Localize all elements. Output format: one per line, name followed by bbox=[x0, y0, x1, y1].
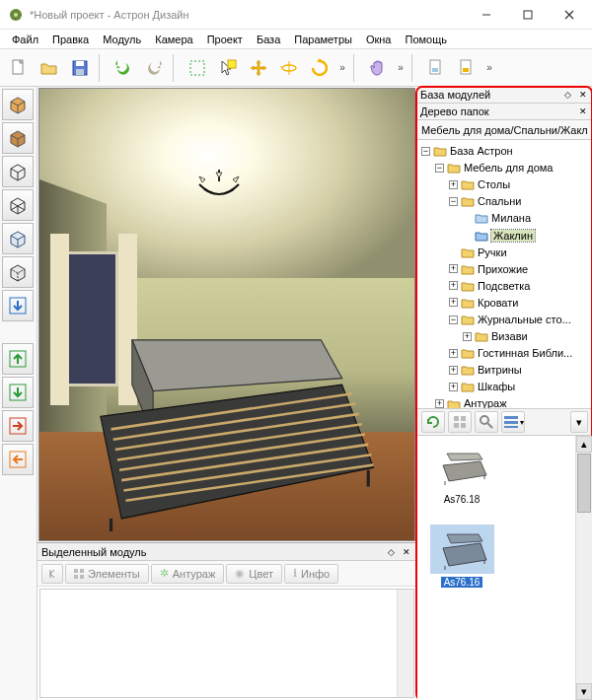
box-hidden-icon[interactable] bbox=[2, 256, 34, 288]
expand-icon[interactable]: + bbox=[435, 399, 444, 408]
doc-b-button[interactable] bbox=[452, 53, 481, 83]
menu-windows[interactable]: Окна bbox=[360, 32, 398, 47]
rotate-axis-button[interactable] bbox=[274, 53, 304, 83]
expand-icon[interactable]: + bbox=[463, 332, 472, 341]
move-button[interactable] bbox=[244, 53, 273, 83]
save-button[interactable] bbox=[65, 53, 95, 83]
folder-tree[interactable]: −База Астрон −Мебель для дома +Столы −Сп… bbox=[417, 140, 592, 408]
separator bbox=[411, 54, 417, 82]
3d-viewport[interactable] bbox=[38, 88, 415, 541]
scroll-up-icon[interactable]: ▴ bbox=[576, 436, 592, 453]
arrow-left-orange-icon[interactable] bbox=[2, 444, 34, 475]
cursor-button[interactable] bbox=[213, 53, 243, 83]
tree-node[interactable]: Гостинная Библи... bbox=[478, 347, 572, 359]
center-column: Выделенный модуль ◇ ✕ Элементы ✲Антураж … bbox=[37, 87, 416, 700]
tree-node[interactable]: Мебель для дома bbox=[464, 162, 553, 174]
redo-button[interactable] bbox=[139, 53, 169, 83]
expand-icon[interactable]: + bbox=[449, 298, 458, 307]
menu-base[interactable]: База bbox=[251, 32, 286, 47]
expand-icon[interactable]: + bbox=[449, 281, 458, 290]
tree-node[interactable]: База Астрон bbox=[450, 145, 513, 157]
tree-node[interactable]: Антураж bbox=[464, 398, 507, 409]
expand-icon[interactable]: + bbox=[449, 366, 458, 375]
toolbar-overflow[interactable]: » bbox=[335, 62, 349, 73]
arrow-up-green-icon[interactable] bbox=[2, 343, 34, 375]
arrow-down-green-icon[interactable] bbox=[2, 377, 34, 408]
tab-collapse-button[interactable] bbox=[41, 564, 63, 584]
folder-icon bbox=[475, 330, 488, 342]
tree-node[interactable]: Шкафы bbox=[478, 381, 515, 392]
select-rect-button[interactable] bbox=[183, 53, 212, 83]
box-wire2-icon[interactable] bbox=[2, 189, 34, 221]
hand-button[interactable] bbox=[363, 53, 393, 83]
expand-icon[interactable]: + bbox=[449, 264, 458, 273]
tree-node[interactable]: Столы bbox=[478, 178, 510, 190]
rotate-button[interactable] bbox=[305, 53, 334, 83]
close-button[interactable] bbox=[549, 1, 590, 29]
tree-node[interactable]: Прихожие bbox=[478, 263, 528, 275]
thumbnail-item-selected[interactable]: As76.16 bbox=[425, 525, 498, 588]
chevron-down-icon[interactable]: ▾ bbox=[570, 411, 588, 433]
menu-file[interactable]: Файл bbox=[6, 32, 44, 47]
close-icon[interactable]: ✕ bbox=[577, 105, 589, 117]
expand-icon[interactable]: + bbox=[449, 180, 458, 189]
minimize-button[interactable] bbox=[466, 1, 507, 29]
menu-module[interactable]: Модуль bbox=[97, 32, 147, 47]
undo-button[interactable] bbox=[109, 53, 138, 83]
panel-header: Выделенный модуль ◇ ✕ bbox=[37, 543, 416, 561]
collapse-icon[interactable]: − bbox=[435, 164, 444, 173]
menu-project[interactable]: Проект bbox=[201, 32, 249, 47]
new-button[interactable] bbox=[4, 53, 34, 83]
tree-node[interactable]: Ручки bbox=[478, 246, 507, 258]
thumbnail-item[interactable]: As76.18 bbox=[425, 442, 498, 505]
toolbar-overflow[interactable]: » bbox=[394, 62, 407, 73]
box-transparent-icon[interactable] bbox=[2, 223, 34, 254]
menu-camera[interactable]: Камера bbox=[149, 32, 198, 47]
close-icon[interactable]: ✕ bbox=[401, 546, 412, 558]
view-grid-button[interactable] bbox=[448, 411, 472, 433]
box-wire-icon[interactable] bbox=[2, 156, 34, 187]
menu-help[interactable]: Помощь bbox=[399, 32, 453, 47]
tree-node[interactable]: Визави bbox=[491, 330, 528, 342]
tab-elements[interactable]: Элементы bbox=[65, 564, 149, 584]
tab-info[interactable]: ℹИнфо bbox=[284, 564, 338, 584]
maximize-button[interactable] bbox=[507, 1, 549, 29]
open-button[interactable] bbox=[35, 53, 64, 83]
close-icon[interactable]: ✕ bbox=[577, 89, 589, 101]
scroll-thumb[interactable] bbox=[577, 454, 591, 513]
menu-params[interactable]: Параметры bbox=[288, 32, 358, 47]
tree-node[interactable]: Подсветка bbox=[478, 280, 530, 292]
svg-rect-31 bbox=[80, 569, 84, 573]
tree-node[interactable]: Кровати bbox=[478, 297, 518, 309]
tab-entourage[interactable]: ✲Антураж bbox=[151, 564, 225, 584]
expand-icon[interactable]: + bbox=[449, 349, 458, 358]
collapse-icon[interactable]: − bbox=[449, 315, 458, 324]
expand-icon[interactable]: + bbox=[449, 383, 458, 391]
tree-node[interactable]: Журнальные сто... bbox=[478, 314, 571, 325]
refresh-button[interactable] bbox=[421, 411, 445, 433]
pin-icon[interactable]: ◇ bbox=[561, 89, 573, 101]
scroll-down-icon[interactable]: ▾ bbox=[576, 683, 592, 700]
folder-icon bbox=[433, 145, 447, 157]
arrow-down-blue-icon[interactable] bbox=[2, 290, 34, 321]
toolbar-overflow[interactable]: » bbox=[482, 62, 496, 73]
doc-a-button[interactable] bbox=[421, 53, 451, 83]
arrow-right-red-icon[interactable] bbox=[2, 410, 34, 442]
tree-node[interactable]: Спальни bbox=[478, 195, 521, 207]
tab-color[interactable]: ◉Цвет bbox=[226, 564, 282, 584]
pin-icon[interactable]: ◇ bbox=[385, 546, 397, 558]
thumbnail-label: As76.18 bbox=[444, 494, 481, 505]
search-button[interactable] bbox=[475, 411, 498, 433]
tree-node[interactable]: Витрины bbox=[478, 364, 522, 376]
tree-node-selected[interactable]: Жаклин bbox=[491, 230, 535, 242]
menu-edit[interactable]: Правка bbox=[46, 32, 95, 47]
view-mode-button[interactable]: ▾ bbox=[501, 411, 525, 433]
collapse-icon[interactable]: − bbox=[421, 147, 430, 156]
tree-node[interactable]: Милана bbox=[491, 212, 531, 224]
breadcrumb[interactable]: Мебель для дома/Спальни/Жакл bbox=[417, 120, 592, 140]
collapse-icon[interactable]: − bbox=[449, 197, 458, 206]
box-solid-icon[interactable] bbox=[2, 89, 34, 120]
box-wood-icon[interactable] bbox=[2, 122, 34, 154]
scrollbar[interactable]: ▴ ▾ bbox=[575, 436, 592, 700]
scrollbar[interactable] bbox=[397, 590, 413, 697]
